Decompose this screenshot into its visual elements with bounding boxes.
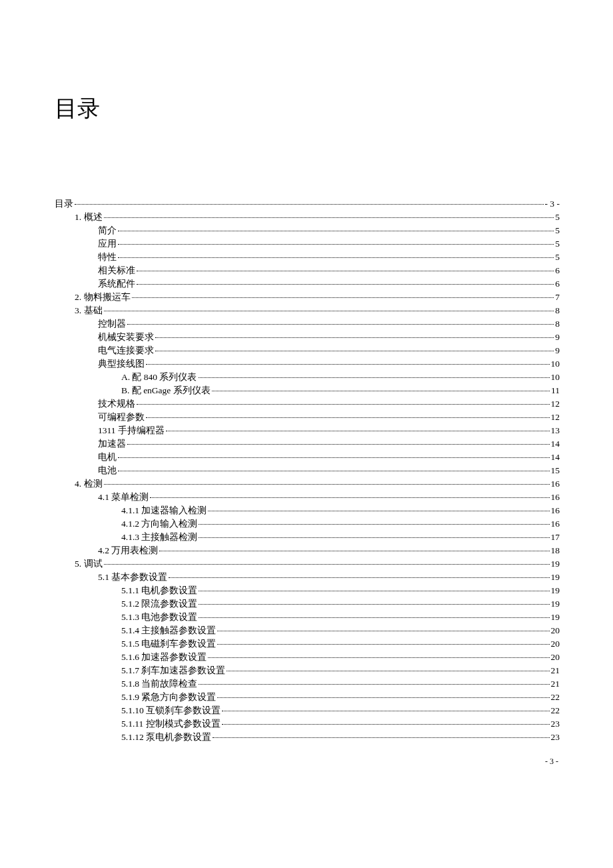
toc-entry-label: 应用: [98, 237, 117, 251]
toc-entry: 5.1.10 互锁刹车参数设置22: [55, 704, 560, 717]
toc-leader-dots: [199, 537, 549, 538]
toc-leader-dots: [118, 231, 554, 231]
toc-leader-dots: [137, 404, 550, 405]
toc-entry-label: 4.1.3 主接触器检测: [121, 531, 197, 544]
toc-leader-dots: [217, 631, 549, 631]
toc-entry-page: 5: [555, 224, 560, 237]
toc-entry-page: 5: [555, 237, 560, 251]
toc-entry: A. 配 840 系列仪表10: [55, 371, 560, 384]
toc-entry-page: 12: [551, 411, 560, 424]
toc-leader-dots: [199, 684, 549, 685]
toc-entry-page: 17: [551, 531, 560, 544]
toc-entry: 目录- 3 -: [55, 197, 560, 211]
toc-entry-label: 5. 调试: [75, 557, 103, 571]
toc-entry: 5.1.1 电机参数设置19: [55, 584, 560, 597]
toc-entry-label: 简介: [98, 224, 117, 237]
toc-entry-page: 10: [551, 371, 560, 384]
toc-leader-dots: [169, 577, 549, 578]
toc-entry: 2. 物料搬运车7: [55, 291, 560, 304]
toc-entry-page: 14: [551, 451, 560, 464]
toc-entry: 电气连接要求9: [55, 344, 560, 357]
toc-leader-dots: [208, 657, 549, 658]
table-of-contents: 目录- 3 -1. 概述5简介5应用5特性5相关标准6系统配件62. 物料搬运车…: [55, 197, 560, 744]
toc-entry-label: 5.1.2 限流参数设置: [121, 597, 197, 611]
toc-entry-page: 19: [551, 597, 560, 611]
toc-leader-dots: [118, 244, 554, 245]
toc-leader-dots: [227, 671, 549, 671]
toc-leader-dots: [146, 417, 550, 418]
toc-entry-page: 18: [551, 544, 560, 557]
toc-entry: 技术规格12: [55, 397, 560, 411]
toc-entry-page: 9: [555, 344, 560, 357]
toc-entry-label: 5.1.3 电池参数设置: [121, 611, 197, 624]
toc-entry: 1311 手持编程器13: [55, 424, 560, 437]
toc-entry-label: 相关标准: [98, 264, 135, 277]
toc-entry-page: 21: [551, 677, 560, 691]
toc-leader-dots: [104, 217, 554, 218]
toc-entry: 4.1 菜单检测16: [55, 491, 560, 504]
toc-entry: 加速器14: [55, 437, 560, 451]
toc-entry: 4.1.2 方向输入检测16: [55, 517, 560, 531]
toc-leader-dots: [75, 204, 544, 205]
toc-entry-page: 7: [555, 291, 560, 304]
toc-entry-page: 6: [555, 264, 560, 277]
toc-entry-label: 5.1.12 泵电机参数设置: [121, 731, 211, 744]
toc-entry-label: 目录: [55, 197, 73, 211]
toc-entry-label: 5.1.1 电机参数设置: [121, 584, 197, 597]
toc-entry-label: 5.1 基本参数设置: [98, 571, 167, 584]
toc-entry-label: 5.1.6 加速器参数设置: [121, 651, 207, 664]
toc-entry-label: 5.1.5 电磁刹车参数设置: [121, 637, 216, 651]
toc-entry-page: 11: [551, 384, 560, 397]
toc-entry: 5.1.7 刹车加速器参数设置21: [55, 664, 560, 677]
toc-entry-page: 16: [551, 504, 560, 517]
toc-leader-dots: [127, 444, 550, 445]
toc-entry-label: 技术规格: [98, 397, 135, 411]
toc-entry-page: 19: [551, 571, 560, 584]
toc-entry: 5.1.6 加速器参数设置20: [55, 651, 560, 664]
toc-entry-page: 8: [555, 304, 560, 317]
toc-entry: 机械安装要求9: [55, 331, 560, 344]
toc-entry: 特性5: [55, 251, 560, 264]
toc-entry-page: 16: [551, 491, 560, 504]
toc-entry-page: 16: [551, 477, 560, 491]
toc-entry: 系统配件6: [55, 277, 560, 291]
toc-entry: 简介5: [55, 224, 560, 237]
toc-leader-dots: [146, 364, 550, 365]
toc-entry-label: 电机: [98, 451, 117, 464]
toc-entry-page: 21: [551, 664, 560, 677]
toc-leader-dots: [118, 257, 554, 258]
toc-entry: 5.1.3 电池参数设置19: [55, 611, 560, 624]
toc-entry-page: 5: [555, 251, 560, 264]
toc-leader-dots: [104, 564, 550, 565]
toc-entry: 4. 检测16: [55, 477, 560, 491]
toc-leader-dots: [155, 351, 554, 351]
toc-leader-dots: [199, 617, 549, 618]
toc-entry-label: 控制器: [98, 317, 126, 331]
toc-leader-dots: [199, 377, 550, 378]
toc-entry-label: 3. 基础: [75, 304, 103, 317]
toc-entry-page: 5: [555, 211, 560, 224]
toc-entry-label: 4.1.1 加速器输入检测: [121, 504, 207, 517]
toc-leader-dots: [199, 604, 549, 605]
toc-entry-label: 5.1.4 主接触器参数设置: [121, 624, 216, 637]
toc-entry: 3. 基础8: [55, 304, 560, 317]
toc-entry-page: 15: [551, 464, 560, 477]
toc-leader-dots: [137, 271, 554, 271]
toc-entry: 典型接线图10: [55, 357, 560, 371]
footer-page-number: - 3 -: [545, 757, 558, 767]
toc-leader-dots: [199, 524, 549, 525]
toc-entry: 5.1.4 主接触器参数设置20: [55, 624, 560, 637]
toc-entry-label: 5.1.8 当前故障检查: [121, 677, 197, 691]
toc-entry: 电机14: [55, 451, 560, 464]
page-title: 目录: [55, 93, 560, 124]
toc-entry-label: 5.1.9 紧急方向参数设置: [121, 691, 216, 704]
toc-entry: 4.2 万用表检测18: [55, 544, 560, 557]
toc-entry: 控制器8: [55, 317, 560, 331]
toc-entry-label: 4.1 菜单检测: [98, 491, 149, 504]
toc-entry-label: 加速器: [98, 437, 126, 451]
toc-entry-page: 19: [551, 557, 560, 571]
toc-entry-label: A. 配 840 系列仪表: [121, 371, 197, 384]
toc-leader-dots: [127, 324, 554, 325]
toc-entry-page: 20: [551, 651, 560, 664]
toc-entry: 5.1.11 控制模式参数设置23: [55, 717, 560, 731]
